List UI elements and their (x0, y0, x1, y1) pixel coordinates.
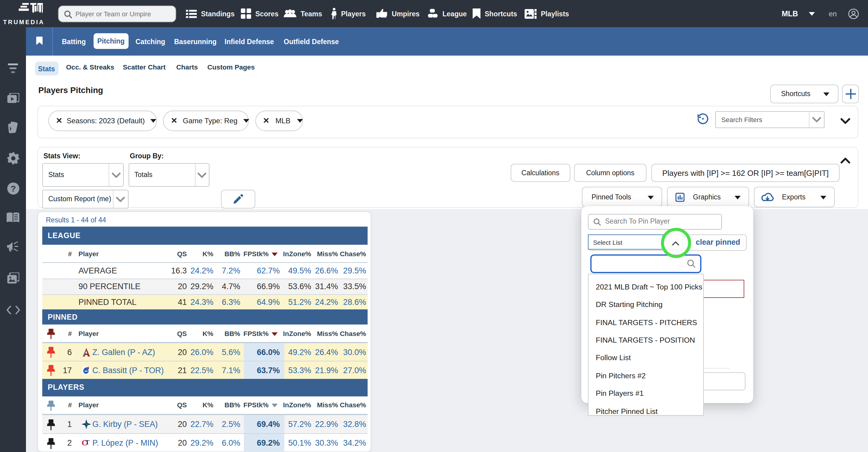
svg-text:?: ? (10, 184, 16, 193)
svg-text:S: S (85, 421, 88, 427)
svg-text:T: T (85, 439, 90, 446)
